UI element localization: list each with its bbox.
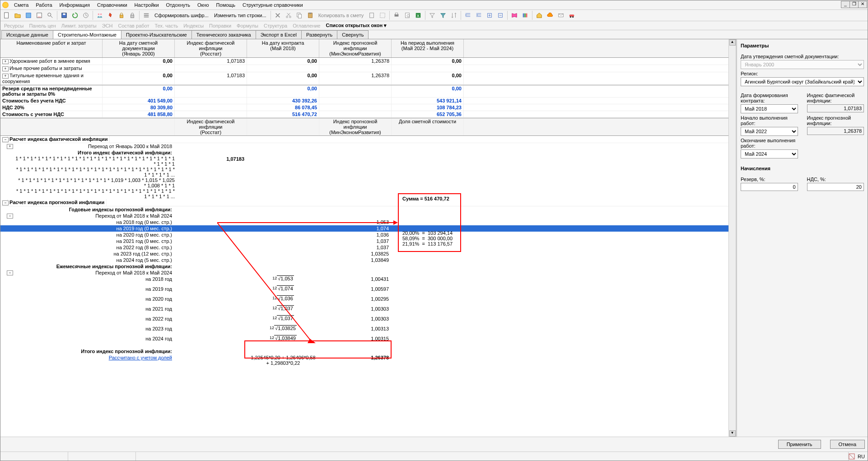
- expand-icon[interactable]: +: [2, 66, 9, 71]
- home-icon[interactable]: [534, 10, 544, 20]
- date-approve-select[interactable]: Январь 2000: [741, 60, 864, 69]
- preview-icon[interactable]: [402, 10, 412, 20]
- end-select[interactable]: Май 2024: [741, 149, 798, 158]
- refresh-icon[interactable]: [70, 10, 80, 20]
- region-select[interactable]: Агинский Бурятский округ (Забайкальский …: [741, 77, 864, 86]
- collapse-icon[interactable]: −: [7, 270, 13, 275]
- import-icon[interactable]: [23, 10, 33, 20]
- delete-icon[interactable]: [273, 10, 283, 20]
- table-row[interactable]: +Удорожание работ в зимнее время 0,00 1,…: [0, 58, 728, 65]
- year-row[interactable]: на 2022 год (8 мес. стр.)1,037: [0, 244, 728, 251]
- excel-icon[interactable]: X: [413, 10, 423, 20]
- year-row[interactable]: на 2023 год (12 мес. стр.)1,03825: [0, 251, 728, 257]
- year-row[interactable]: на 2018 год (0 мес. стр.)1,053: [0, 219, 728, 225]
- new-icon[interactable]: [2, 10, 12, 20]
- copy-estimate-button[interactable]: Копировать в смету: [316, 12, 367, 19]
- calc-section[interactable]: − Расчет индекса прогнозной инфляции: [0, 199, 728, 206]
- clipboard-icon[interactable]: [367, 10, 377, 20]
- reserve-row[interactable]: Резерв средств на непредвиденные работы …: [0, 85, 728, 98]
- export-icon[interactable]: [34, 10, 44, 20]
- form-cipher-button[interactable]: Сформировать шифр...: [152, 12, 211, 19]
- menu-rabota[interactable]: Работа: [32, 1, 56, 9]
- lock-icon[interactable]: [117, 10, 126, 20]
- history-icon[interactable]: [81, 10, 91, 20]
- book-icon[interactable]: [509, 10, 519, 20]
- total-row[interactable]: НДС 20% 80 309,80 86 078,45 108 784,23: [0, 104, 728, 111]
- calc-section[interactable]: − Расчет индекса фактической инфляции: [0, 136, 728, 143]
- print-icon[interactable]: [392, 10, 401, 20]
- tab-construction[interactable]: Строительно-Монтажные: [53, 30, 121, 39]
- tab-tech-customer[interactable]: Технического заказчика: [191, 30, 256, 39]
- open-icon[interactable]: [13, 10, 23, 20]
- month-row[interactable]: на 2020 год12√1,0361,00295: [0, 296, 728, 306]
- reserve-input[interactable]: [741, 183, 798, 191]
- month-row[interactable]: на 2022 год12√1,0371,00303: [0, 316, 728, 326]
- expand-icon[interactable]: +: [2, 74, 9, 79]
- menu-spravochniki[interactable]: Справочники: [93, 1, 131, 9]
- search-icon[interactable]: [45, 10, 55, 20]
- tab-collapse[interactable]: Свернуть: [337, 30, 369, 39]
- collapse-icon[interactable]: [495, 10, 505, 20]
- contract-date-select[interactable]: Май 2018: [741, 104, 798, 113]
- tab-excel[interactable]: Экспорт в Excel: [256, 30, 302, 39]
- indent-icon[interactable]: [463, 10, 473, 20]
- expand-icon[interactable]: +: [2, 59, 9, 64]
- grid-body[interactable]: +Удорожание работ в зимнее время 0,00 1,…: [0, 58, 728, 437]
- tab-source[interactable]: Исходные данные: [1, 30, 53, 39]
- year-row[interactable]: на 2019 год (0 мес. стр.)1,074: [0, 225, 728, 232]
- table-row[interactable]: +Иные прочие работы и затраты: [0, 65, 728, 72]
- month-row[interactable]: на 2023 год12√1,038251,00313: [0, 326, 728, 335]
- close-button[interactable]: ✕: [858, 1, 867, 8]
- filter-icon[interactable]: [427, 10, 437, 20]
- menu-okno[interactable]: Окно: [194, 1, 213, 9]
- cancel-button[interactable]: Отмена: [830, 440, 865, 449]
- save-icon[interactable]: [59, 10, 69, 20]
- year-row[interactable]: на 2021 год (0 мес. стр.)1,037: [0, 238, 728, 244]
- tab-expand[interactable]: Развернуть: [301, 30, 337, 39]
- scroll-down-icon[interactable]: ▼: [729, 430, 736, 437]
- min-button[interactable]: _: [841, 1, 850, 8]
- expand-icon[interactable]: [485, 10, 495, 20]
- cut-icon[interactable]: [284, 10, 294, 20]
- start-select[interactable]: Май 2022: [741, 127, 798, 136]
- open-windows-dropdown[interactable]: Список открытых окон ▾: [323, 22, 389, 29]
- menu-struct[interactable]: Структурные справочники: [239, 1, 306, 9]
- paste-icon[interactable]: [305, 10, 315, 20]
- month-row[interactable]: на 2024 год12√1,038491,00315: [0, 335, 728, 345]
- apply-button[interactable]: Применить: [778, 440, 821, 449]
- msg-icon[interactable]: [556, 10, 566, 20]
- car-icon[interactable]: [567, 10, 577, 20]
- filter2-icon[interactable]: [438, 10, 448, 20]
- scroll-up-icon[interactable]: ▲: [729, 39, 736, 46]
- cloud-icon[interactable]: [545, 10, 555, 20]
- collapse-icon[interactable]: −: [7, 214, 13, 219]
- sort-icon[interactable]: [449, 10, 459, 20]
- month-row[interactable]: на 2019 год12√1,0741,00597: [0, 286, 728, 296]
- month-row[interactable]: на 2021 год12√1,0371,00303: [0, 306, 728, 316]
- year-row[interactable]: на 2024 год (5 мес. стр.)1,03849: [0, 257, 728, 263]
- menu-otdokhnut[interactable]: Отдохнуть: [163, 1, 194, 9]
- menu-smeta[interactable]: Смета: [10, 1, 32, 9]
- vat-input[interactable]: [807, 183, 864, 191]
- options-icon[interactable]: [141, 10, 151, 20]
- outdent-icon[interactable]: [474, 10, 484, 20]
- menu-info[interactable]: Информация: [56, 1, 93, 9]
- calc-link[interactable]: Рассчитано с учетом долей: [109, 355, 172, 360]
- year-row[interactable]: на 2020 год (0 мес. стр.)1,036: [0, 232, 728, 238]
- expand-icon[interactable]: +: [7, 144, 13, 149]
- menu-help[interactable]: Помощь: [213, 1, 239, 9]
- restore-button[interactable]: ❐: [849, 1, 859, 8]
- pin-icon[interactable]: [106, 10, 116, 20]
- lock2-icon[interactable]: [127, 10, 137, 20]
- month-row[interactable]: на 2018 год12√1,0531,00431: [0, 276, 728, 286]
- total-row[interactable]: Стоимость с учетом НДС 481 858,80 516 47…: [0, 111, 728, 118]
- copy-icon[interactable]: [294, 10, 304, 20]
- select-icon[interactable]: [378, 10, 387, 20]
- menu-nastroyki[interactable]: Настройки: [131, 1, 163, 9]
- tab-design[interactable]: Проектно-Изыскательские: [121, 30, 192, 39]
- table-row[interactable]: +Титульные временные здания и сооружения…: [0, 72, 728, 85]
- scrollbar-vertical[interactable]: ▲▼: [728, 39, 736, 437]
- users-icon[interactable]: [95, 10, 105, 20]
- total-row[interactable]: Стоимость без учета НДС 401 549,00 430 3…: [0, 98, 728, 104]
- books-icon[interactable]: [520, 10, 530, 20]
